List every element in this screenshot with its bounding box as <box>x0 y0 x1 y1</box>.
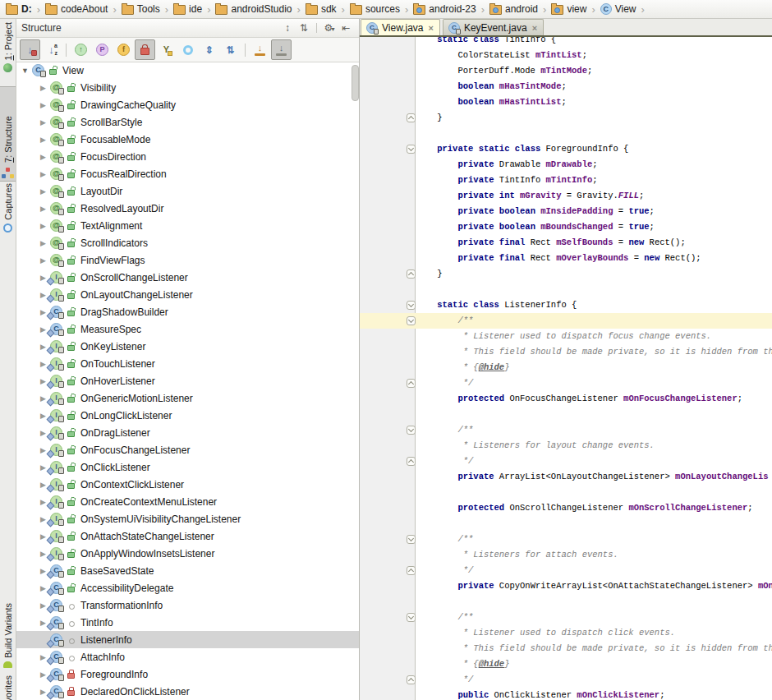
code-line[interactable]: protected OnFocusChangeListener mOnFocus… <box>360 391 772 407</box>
tree-item[interactable]: ▶@TextAlignment <box>16 217 359 234</box>
tree-item[interactable]: ▶IOnAttachStateChangeListener <box>16 527 359 545</box>
tree-item[interactable]: ▶IOnFocusChangeListener <box>16 441 359 458</box>
code-line[interactable]: * {@hide} <box>360 656 772 672</box>
expander-icon[interactable]: ▶ <box>38 239 48 247</box>
hide-panel-icon[interactable]: ⇤ <box>338 22 354 34</box>
tree-item[interactable]: ▶@LayoutDir <box>16 182 359 200</box>
code-line[interactable]: } <box>360 266 772 282</box>
tree-item[interactable]: ▶CBaseSavedState <box>16 562 359 579</box>
fold-collapse-icon[interactable] <box>407 426 416 435</box>
expander-icon[interactable]: ▶ <box>38 187 48 196</box>
code-line[interactable]: * Listeners for attach events. <box>360 547 772 563</box>
tree-item[interactable]: ▶@Visibility <box>16 79 359 96</box>
fold-end-icon[interactable] <box>407 675 416 684</box>
expander-icon[interactable]: ▶ <box>38 222 48 230</box>
code-line[interactable]: * This field should be made private, so … <box>360 344 772 360</box>
fold-collapse-icon[interactable] <box>407 145 416 154</box>
expander-icon[interactable]: ▶ <box>38 101 48 109</box>
code-line[interactable]: */ <box>360 375 772 391</box>
code-line[interactable]: /** <box>360 313 772 329</box>
tree-item[interactable]: ▶IOnGenericMotionListener <box>16 389 359 407</box>
scroll-from-source-button[interactable]: ↓ <box>250 39 270 60</box>
editor-tab[interactable]: CView.java× <box>361 19 440 35</box>
breadcrumb-item[interactable]: sdk <box>306 3 337 15</box>
breadcrumb-item[interactable]: D: <box>6 3 32 15</box>
tree-item[interactable]: CListenerInfo <box>16 631 359 648</box>
tool-window-tab-build-variants[interactable]: Build Variants <box>0 564 16 668</box>
code-line[interactable]: boolean mHasTintList; <box>360 94 772 110</box>
tree-item[interactable]: ▶CDragShadowBuilder <box>16 303 359 320</box>
show-anonymous-classes-button[interactable] <box>177 39 198 60</box>
collapse-all-icon[interactable]: ⇅ <box>296 22 312 34</box>
tree-item[interactable]: ▶@FocusDirection <box>16 148 359 165</box>
scrollbar-thumb[interactable] <box>352 65 359 101</box>
close-icon[interactable]: × <box>428 23 433 33</box>
code-line[interactable]: boolean mHasTintMode; <box>360 79 772 94</box>
tree-item[interactable]: ▶CAccessibilityDelegate <box>16 579 359 596</box>
code-line[interactable] <box>360 282 772 297</box>
code-line[interactable]: private Drawable mDrawable; <box>360 157 772 173</box>
tool-window-tab-captures[interactable]: Captures <box>0 183 16 259</box>
expander-icon[interactable]: ▼ <box>20 67 30 75</box>
code-line[interactable]: private final Rect mSelfBounds = new Rec… <box>360 235 772 251</box>
breadcrumb-item[interactable]: view <box>551 3 586 15</box>
code-line[interactable]: public OnClickListener mOnClickListener; <box>360 688 772 700</box>
fold-collapse-icon[interactable] <box>407 613 416 622</box>
tree-item[interactable]: ▶@ResolvedLayoutDir <box>16 200 359 217</box>
tool-window-tab-structure[interactable]: 7: Structure <box>0 86 16 182</box>
code-line[interactable]: /** <box>360 422 772 438</box>
tree-item[interactable]: ▶IOnCreateContextMenuListener <box>16 493 359 510</box>
tree-item[interactable]: ▶CDeclaredOnClickListener <box>16 683 359 700</box>
breadcrumb-item[interactable]: androidStudio <box>215 3 292 15</box>
breadcrumb-item[interactable]: android <box>489 3 538 15</box>
code-line[interactable]: */ <box>360 672 772 688</box>
fold-collapse-icon[interactable] <box>407 316 416 325</box>
show-fields-button[interactable]: f <box>113 39 134 60</box>
show-properties-button[interactable]: P <box>92 39 113 60</box>
code-line[interactable] <box>360 516 772 532</box>
sort-by-visibility-button[interactable]: ↓ <box>20 39 40 60</box>
editor-tab[interactable]: CKeyEvent.java× <box>443 19 544 35</box>
group-by-defining-type-button[interactable]: Y <box>156 39 177 60</box>
code-line[interactable]: /** <box>360 610 772 625</box>
code-line[interactable]: static class ListenerInfo { <box>360 297 772 313</box>
code-line[interactable]: private final Rect mOverlayBounds = new … <box>360 251 772 266</box>
tree-item[interactable]: ▶IOnLongClickListener <box>16 407 359 424</box>
fold-end-icon[interactable] <box>407 269 416 279</box>
tree-item[interactable]: ▶IOnTouchListener <box>16 355 359 372</box>
code-line[interactable]: */ <box>360 563 772 578</box>
tree-item[interactable]: ▶@FindViewFlags <box>16 251 359 269</box>
close-icon[interactable]: × <box>532 23 537 33</box>
fold-collapse-icon[interactable] <box>407 301 416 310</box>
tree-item[interactable]: ▶@ScrollBarStyle <box>16 113 359 131</box>
tree-item[interactable]: ▶IOnDragListener <box>16 424 359 441</box>
code-line[interactable]: /** <box>360 532 772 547</box>
breadcrumb-item[interactable]: codeAbout <box>45 3 108 15</box>
code-line[interactable]: private int mGravity = Gravity.FILL; <box>360 188 772 204</box>
code-line[interactable]: * {@hide} <box>360 360 772 375</box>
tree-item[interactable]: ▶@DrawingCacheQuality <box>16 96 359 113</box>
expander-icon[interactable]: ▶ <box>38 84 48 92</box>
show-non-public-button[interactable] <box>135 39 155 60</box>
code-line[interactable]: */ <box>360 454 772 469</box>
breadcrumb-item[interactable]: ide <box>173 3 202 15</box>
code-line[interactable] <box>360 594 772 610</box>
code-line[interactable]: private TintInfo mTintInfo; <box>360 173 772 188</box>
tree-item[interactable]: ▶CMeasureSpec <box>16 320 359 338</box>
tree-item[interactable]: ▶IOnScrollChangeListener <box>16 269 359 286</box>
expander-icon[interactable]: ▶ <box>38 205 48 213</box>
breadcrumb-item[interactable]: Tools <box>122 3 160 15</box>
tree-item[interactable]: ▼CView <box>16 62 359 79</box>
code-line[interactable]: private static class ForegroundInfo { <box>360 141 772 157</box>
tree-item[interactable]: ▶IOnApplyWindowInsetsListener <box>16 545 359 562</box>
fold-end-icon[interactable] <box>407 457 416 466</box>
code-line[interactable]: private boolean mBoundsChanged = true; <box>360 219 772 235</box>
code-line[interactable]: private boolean mInsidePadding = true; <box>360 204 772 219</box>
fold-end-icon[interactable] <box>407 379 416 388</box>
tool-window-tab-favorites[interactable]: Favorites <box>0 675 16 700</box>
autoscroll-to-source-button[interactable]: ↓ <box>271 39 292 60</box>
breadcrumb-item[interactable]: sources <box>350 3 400 15</box>
code-line[interactable] <box>360 485 772 500</box>
tree-item[interactable]: ▶CAttachInfo <box>16 648 359 665</box>
expander-icon[interactable]: ▶ <box>38 118 48 127</box>
